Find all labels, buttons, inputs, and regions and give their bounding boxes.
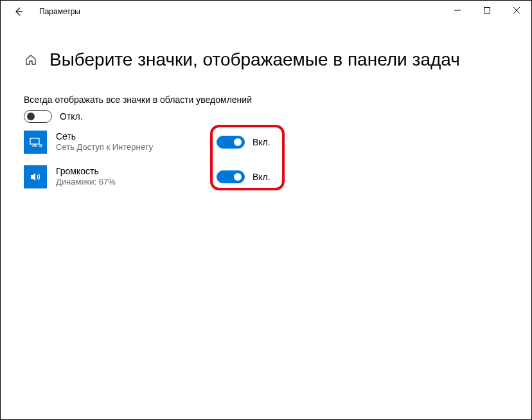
network-state: Вкл. bbox=[253, 137, 270, 147]
always-show-toggle[interactable] bbox=[24, 110, 52, 123]
toggle-knob bbox=[234, 138, 242, 146]
volume-text: Громкость Динамики: 67% bbox=[56, 166, 217, 188]
window-title: Параметры bbox=[39, 7, 80, 16]
volume-state: Вкл. bbox=[253, 172, 270, 182]
always-show-state: Откл. bbox=[60, 111, 83, 122]
volume-toggle[interactable] bbox=[217, 170, 245, 183]
minimize-button[interactable] bbox=[443, 1, 472, 20]
list-item-network: Сеть Сеть Доступ к Интернету Вкл. bbox=[24, 131, 508, 154]
maximize-button[interactable] bbox=[472, 1, 502, 20]
back-button[interactable] bbox=[6, 1, 31, 23]
volume-subtitle: Динамики: 67% bbox=[56, 177, 217, 188]
svg-rect-1 bbox=[484, 8, 490, 14]
volume-toggle-row: Вкл. bbox=[217, 170, 270, 183]
close-icon bbox=[513, 7, 520, 14]
svg-rect-5 bbox=[40, 145, 42, 147]
toggle-knob bbox=[27, 113, 35, 120]
volume-icon-tile bbox=[24, 165, 47, 188]
network-subtitle: Сеть Доступ к Интернету bbox=[56, 142, 217, 153]
network-toggle-row: Вкл. bbox=[217, 136, 270, 149]
network-icon bbox=[28, 135, 42, 149]
network-text: Сеть Сеть Доступ к Интернету bbox=[56, 131, 217, 153]
network-icon-tile bbox=[24, 131, 47, 154]
network-toggle[interactable] bbox=[217, 136, 245, 149]
close-button[interactable] bbox=[502, 1, 531, 20]
heading-row: Выберите значки, отображаемые в панели з… bbox=[24, 50, 508, 70]
maximize-icon bbox=[484, 7, 490, 14]
window-controls bbox=[443, 1, 531, 20]
always-show-label: Всегда отображать все значки в области у… bbox=[24, 95, 508, 105]
page-title: Выберите значки, отображаемые в панели з… bbox=[49, 50, 460, 70]
always-show-toggle-row: Откл. bbox=[24, 110, 508, 123]
minimize-icon bbox=[454, 7, 461, 14]
toggle-knob bbox=[234, 173, 242, 181]
volume-title: Громкость bbox=[56, 166, 217, 177]
home-button[interactable] bbox=[24, 53, 38, 67]
network-title: Сеть bbox=[56, 131, 217, 142]
svg-rect-4 bbox=[30, 138, 39, 144]
content-area: Выберите значки, отображаемые в панели з… bbox=[1, 23, 531, 188]
volume-icon bbox=[28, 170, 42, 184]
list-item-volume: Громкость Динамики: 67% Вкл. bbox=[24, 165, 508, 188]
home-icon bbox=[24, 53, 37, 66]
back-arrow-icon bbox=[13, 6, 24, 17]
